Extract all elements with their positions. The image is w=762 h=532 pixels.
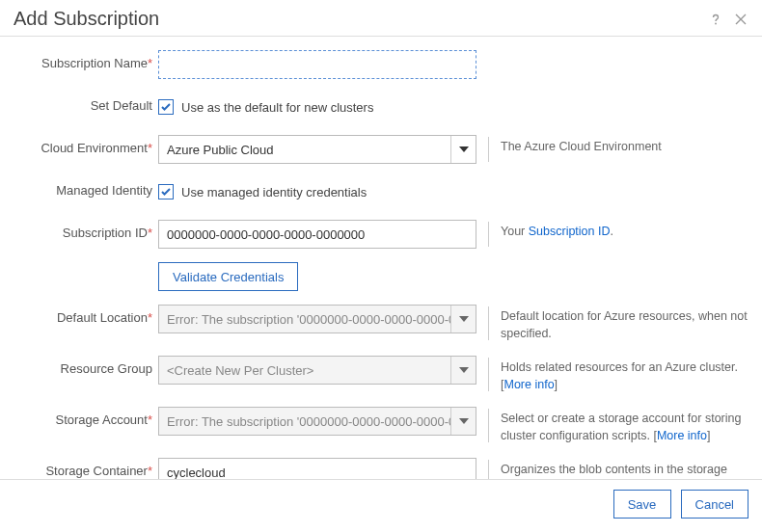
- cancel-button[interactable]: Cancel: [681, 490, 748, 519]
- default-location-help: Default location for Azure resources, wh…: [501, 305, 748, 342]
- storage-account-label: Storage Account*: [14, 407, 158, 427]
- managed-identity-checkbox[interactable]: [158, 184, 174, 200]
- dialog-body: Subscription Name* Set Default Use as th…: [0, 37, 762, 479]
- close-icon[interactable]: [733, 12, 748, 27]
- validate-credentials-button[interactable]: Validate Credentials: [158, 262, 298, 291]
- managed-identity-text: Use managed identity credentials: [181, 185, 367, 200]
- subscription-id-input[interactable]: [158, 220, 476, 249]
- resource-group-moreinfo-link[interactable]: More info: [503, 378, 554, 391]
- managed-identity-label: Managed Identity: [14, 177, 158, 198]
- storage-account-moreinfo-link[interactable]: More info: [657, 429, 707, 442]
- chevron-down-icon: [450, 357, 476, 384]
- chevron-down-icon: [450, 306, 476, 332]
- default-location-label: Default Location*: [14, 305, 158, 325]
- resource-group-select[interactable]: <Create New Per Cluster>: [158, 356, 476, 385]
- set-default-label: Set Default: [14, 93, 158, 113]
- dialog-header: Add Subscription: [0, 0, 762, 36]
- storage-account-help: Select or create a storage account for s…: [501, 407, 748, 444]
- subscription-id-link[interactable]: Subscription ID: [529, 225, 611, 238]
- storage-container-label: Storage Container*: [14, 458, 158, 478]
- dialog-footer: Save Cancel: [0, 480, 762, 532]
- svg-point-0: [715, 22, 717, 24]
- help-icon[interactable]: [708, 12, 723, 27]
- subscription-name-input[interactable]: [158, 50, 476, 79]
- default-location-select[interactable]: Error: The subscription '0000000-0000-00…: [158, 305, 476, 333]
- resource-group-help: Holds related resources for an Azure clu…: [501, 356, 748, 393]
- set-default-checkbox[interactable]: [158, 99, 174, 115]
- storage-container-input[interactable]: [158, 458, 476, 479]
- add-subscription-dialog: Add Subscription Subscription Name* Set …: [0, 0, 762, 532]
- cloud-env-label: Cloud Environment*: [14, 135, 158, 155]
- chevron-down-icon: [450, 408, 476, 435]
- subscription-id-label: Subscription ID*: [14, 220, 158, 240]
- subscription-name-label: Subscription Name*: [14, 50, 158, 70]
- dialog-title: Add Subscription: [14, 8, 708, 30]
- storage-container-help: Organizes the blob contents in the stora…: [501, 458, 748, 479]
- storage-account-select[interactable]: Error: The subscription '0000000-0000-00…: [158, 407, 476, 436]
- set-default-text: Use as the default for new clusters: [181, 100, 373, 115]
- cloud-env-help: The Azure Cloud Environment: [501, 135, 748, 156]
- cloud-env-select[interactable]: Azure Public Cloud: [158, 135, 476, 164]
- subscription-id-help: Your Subscription ID.: [501, 220, 748, 241]
- chevron-down-icon: [450, 136, 476, 163]
- save-button[interactable]: Save: [613, 490, 671, 519]
- resource-group-label: Resource Group: [14, 356, 158, 376]
